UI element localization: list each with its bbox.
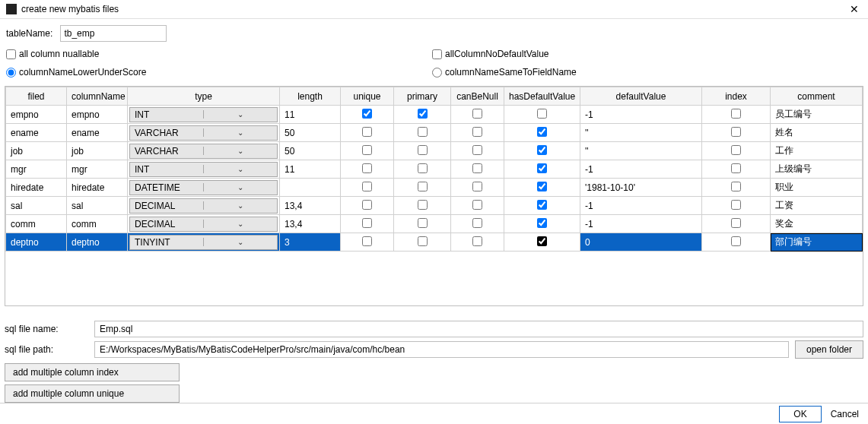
index-checkbox[interactable]: [731, 145, 741, 155]
cell-comment[interactable]: 员工编号: [771, 106, 863, 124]
type-dropdown[interactable]: DECIMAL⌄: [129, 217, 278, 232]
open-folder-button[interactable]: open folder: [795, 340, 863, 359]
unique-checkbox[interactable]: [362, 163, 372, 173]
table-name-input[interactable]: [60, 25, 167, 42]
cell-columnname[interactable]: deptno: [67, 233, 128, 252]
type-dropdown[interactable]: TINYINT⌄: [129, 235, 278, 250]
table-row[interactable]: enameenameVARCHAR⌄50''姓名: [6, 124, 863, 142]
index-checkbox[interactable]: [731, 200, 741, 210]
cell-length[interactable]: 50: [280, 142, 341, 160]
type-dropdown[interactable]: VARCHAR⌄: [129, 144, 278, 159]
cell-hasdefault[interactable]: [504, 215, 580, 233]
primary-checkbox[interactable]: [418, 127, 428, 137]
cell-filed[interactable]: comm: [6, 215, 67, 233]
cell-hasdefault[interactable]: [504, 160, 580, 179]
unique-checkbox[interactable]: [362, 145, 372, 155]
cell-index[interactable]: [702, 197, 771, 215]
unique-checkbox[interactable]: [362, 218, 372, 228]
table-row[interactable]: mgrmgrINT⌄11-1上级编号: [6, 160, 863, 179]
cell-hasdefault[interactable]: [504, 179, 580, 197]
header-defaultvalue[interactable]: defaultValue: [580, 87, 702, 106]
cell-filed[interactable]: empno: [6, 106, 67, 124]
cell-defaultvalue[interactable]: 0: [580, 233, 702, 252]
canbenull-checkbox[interactable]: [472, 127, 482, 137]
cell-columnname[interactable]: job: [67, 142, 128, 160]
hasdefault-checkbox[interactable]: [537, 145, 547, 155]
index-checkbox[interactable]: [731, 236, 741, 246]
cell-length[interactable]: 50: [280, 124, 341, 142]
cell-defaultvalue[interactable]: -1: [580, 215, 702, 233]
cell-index[interactable]: [702, 215, 771, 233]
unique-checkbox[interactable]: [362, 109, 372, 119]
canbenull-checkbox[interactable]: [472, 145, 482, 155]
cell-hasdefault[interactable]: [504, 233, 580, 252]
cell-filed[interactable]: hiredate: [6, 179, 67, 197]
cell-columnname[interactable]: mgr: [67, 160, 128, 179]
primary-checkbox[interactable]: [418, 200, 428, 210]
sql-file-name-input[interactable]: [94, 321, 863, 337]
cell-columnname[interactable]: comm: [67, 215, 128, 233]
cell-primary[interactable]: [394, 142, 451, 160]
header-hasdefault[interactable]: hasDefaultValue: [504, 87, 580, 106]
type-dropdown[interactable]: VARCHAR⌄: [129, 125, 278, 141]
cell-unique[interactable]: [341, 215, 394, 233]
table-row[interactable]: empnoempnoINT⌄11-1员工编号: [6, 106, 863, 124]
cell-canbenull[interactable]: [451, 179, 504, 197]
cell-type[interactable]: INT⌄: [128, 160, 280, 179]
cell-filed[interactable]: mgr: [6, 160, 67, 179]
cell-columnname[interactable]: hiredate: [67, 179, 128, 197]
index-checkbox[interactable]: [731, 109, 741, 119]
cell-unique[interactable]: [341, 160, 394, 179]
table-row[interactable]: salsalDECIMAL⌄13,4-1工资: [6, 197, 863, 215]
hasdefault-checkbox[interactable]: [537, 218, 547, 228]
cell-index[interactable]: [702, 106, 771, 124]
unique-checkbox[interactable]: [362, 127, 372, 137]
unique-checkbox[interactable]: [362, 182, 372, 191]
header-type[interactable]: type: [128, 87, 280, 106]
cell-type[interactable]: DECIMAL⌄: [128, 197, 280, 215]
primary-checkbox[interactable]: [418, 145, 428, 155]
cell-defaultvalue[interactable]: -1: [580, 197, 702, 215]
table-row[interactable]: hiredatehiredateDATETIME⌄'1981-10-10'职业: [6, 179, 863, 197]
ok-button[interactable]: OK: [779, 406, 821, 422]
cell-filed[interactable]: sal: [6, 197, 67, 215]
type-dropdown[interactable]: DATETIME⌄: [129, 180, 278, 195]
primary-checkbox[interactable]: [418, 236, 428, 246]
cell-unique[interactable]: [341, 179, 394, 197]
cell-filed[interactable]: deptno: [6, 233, 67, 252]
hasdefault-checkbox[interactable]: [537, 109, 547, 119]
cell-index[interactable]: [702, 160, 771, 179]
cell-unique[interactable]: [341, 142, 394, 160]
hasdefault-checkbox[interactable]: [537, 182, 547, 191]
cell-columnname[interactable]: empno: [67, 106, 128, 124]
cell-type[interactable]: TINYINT⌄: [128, 233, 280, 252]
cell-canbenull[interactable]: [451, 124, 504, 142]
cell-index[interactable]: [702, 179, 771, 197]
cell-primary[interactable]: [394, 197, 451, 215]
cell-hasdefault[interactable]: [504, 106, 580, 124]
index-checkbox[interactable]: [731, 127, 741, 137]
cell-type[interactable]: INT⌄: [128, 106, 280, 124]
header-columnname[interactable]: columnName: [67, 87, 128, 106]
cell-columnname[interactable]: ename: [67, 124, 128, 142]
add-multiple-index-button[interactable]: add multiple column index: [5, 363, 180, 381]
cell-unique[interactable]: [341, 106, 394, 124]
cell-primary[interactable]: [394, 106, 451, 124]
unique-checkbox[interactable]: [362, 200, 372, 210]
table-row[interactable]: commcommDECIMAL⌄13,4-1奖金: [6, 215, 863, 233]
canbenull-checkbox[interactable]: [472, 182, 482, 191]
cell-defaultvalue[interactable]: '': [580, 142, 702, 160]
cancel-button[interactable]: Cancel: [831, 409, 859, 419]
cell-primary[interactable]: [394, 179, 451, 197]
cell-defaultvalue[interactable]: '1981-10-10': [580, 179, 702, 197]
header-primary[interactable]: primary: [394, 87, 451, 106]
primary-checkbox[interactable]: [418, 218, 428, 228]
canbenull-checkbox[interactable]: [472, 109, 482, 119]
cell-unique[interactable]: [341, 197, 394, 215]
cell-comment[interactable]: 部门编号: [771, 233, 863, 252]
cell-length[interactable]: [280, 179, 341, 197]
cell-filed[interactable]: ename: [6, 124, 67, 142]
cell-comment[interactable]: 姓名: [771, 124, 863, 142]
cell-hasdefault[interactable]: [504, 142, 580, 160]
sql-file-path-input[interactable]: [94, 341, 789, 358]
